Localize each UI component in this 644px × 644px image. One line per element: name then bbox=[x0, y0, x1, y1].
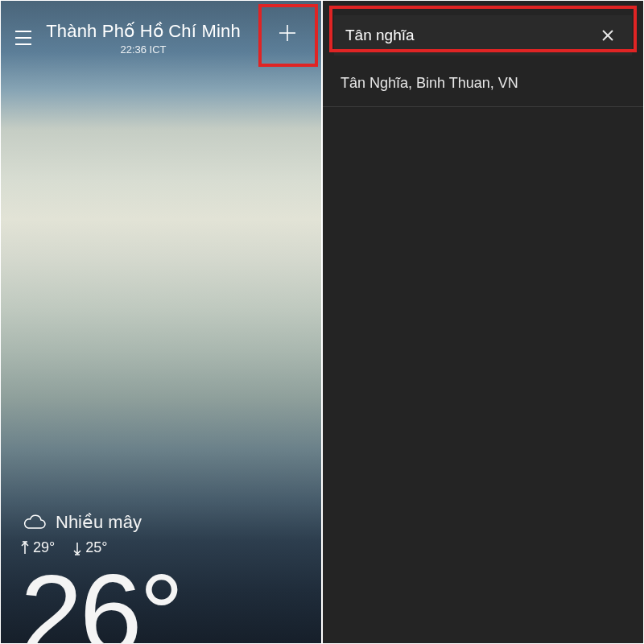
current-temperature: 26° bbox=[20, 558, 302, 644]
condition-text: Nhiều mây bbox=[56, 512, 142, 533]
weather-summary: Nhiều mây 29° 25° 26° bbox=[1, 512, 321, 643]
cloud-icon bbox=[20, 513, 47, 532]
search-result-item[interactable]: Tân Nghĩa, Binh Thuan, VN bbox=[323, 60, 643, 107]
search-bar[interactable] bbox=[334, 15, 632, 56]
condition-row: Nhiều mây bbox=[20, 512, 302, 533]
weather-screen: Thành Phố Hồ Chí Minh 22:36 ICT Nhiều mâ… bbox=[0, 0, 322, 644]
search-screen: Tân Nghĩa, Binh Thuan, VN bbox=[322, 0, 644, 644]
add-location-button[interactable] bbox=[263, 5, 312, 61]
location-title-block: Thành Phố Hồ Chí Minh 22:36 ICT bbox=[23, 21, 263, 56]
close-icon bbox=[601, 28, 615, 43]
search-input[interactable] bbox=[345, 27, 595, 44]
city-label: Thành Phố Hồ Chí Minh bbox=[23, 21, 263, 42]
time-label: 22:36 ICT bbox=[23, 43, 263, 56]
plus-icon bbox=[275, 21, 299, 45]
clear-button[interactable] bbox=[595, 23, 621, 48]
weather-header: Thành Phố Hồ Chí Minh 22:36 ICT bbox=[1, 1, 321, 65]
